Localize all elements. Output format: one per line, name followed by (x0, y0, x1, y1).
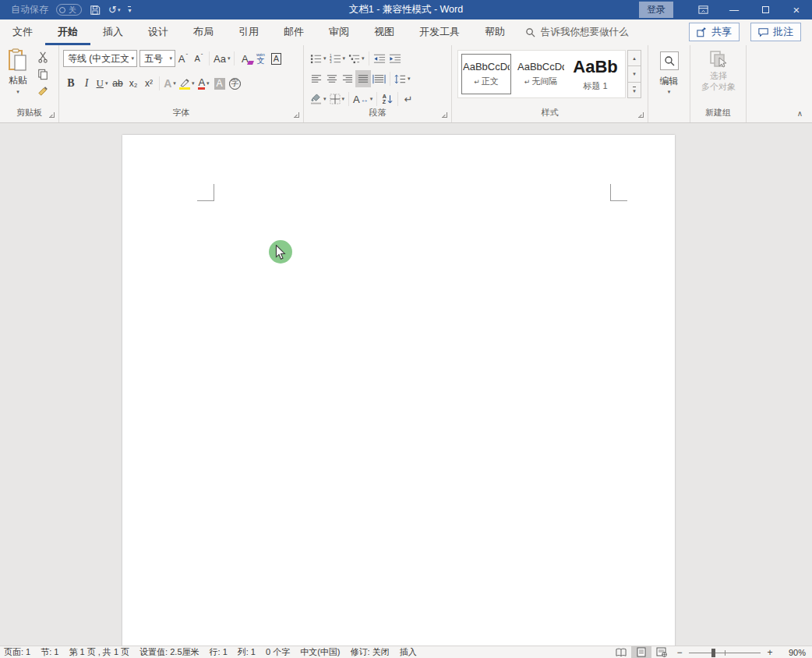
font-color-caret-icon[interactable]: ▾ (207, 80, 210, 87)
underline-caret-icon[interactable]: ▾ (105, 80, 108, 87)
zoom-slider[interactable] (689, 646, 761, 658)
styles-dialog-launcher[interactable] (638, 112, 644, 118)
sign-in-button[interactable]: 登录 (639, 2, 673, 18)
italic-button[interactable]: I (79, 75, 94, 92)
share-button[interactable]: 共享 (689, 23, 740, 41)
comments-button[interactable]: 批注 (750, 23, 801, 41)
numbering-caret-icon[interactable]: ▾ (343, 55, 346, 62)
align-center-button[interactable] (324, 70, 340, 87)
justify-button[interactable] (355, 70, 371, 87)
select-objects-button[interactable]: 选择 多个对象 (697, 50, 740, 93)
status-page-number[interactable]: 页面: 1 (4, 646, 30, 658)
character-border-button[interactable]: A (268, 50, 284, 67)
distribute-button[interactable] (371, 70, 387, 87)
tab-insert[interactable]: 插入 (90, 25, 136, 45)
tab-view[interactable]: 视图 (362, 25, 407, 45)
decrease-indent-button[interactable] (372, 50, 387, 67)
phonetic-guide-button[interactable]: wén 文 (252, 50, 268, 67)
editing-button-label[interactable]: 编辑 (648, 75, 690, 88)
font-size-combobox[interactable]: 五号 ▾ (139, 50, 175, 67)
paragraph-dialog-launcher[interactable] (442, 112, 447, 118)
status-word-count[interactable]: 0 个字 (266, 646, 290, 658)
font-color-button[interactable]: A ▾ (196, 75, 212, 92)
web-layout-button[interactable] (651, 646, 672, 658)
document-page[interactable] (122, 135, 675, 646)
tab-mailings[interactable]: 邮件 (271, 25, 316, 45)
font-name-combobox[interactable]: 等线 (中文正文 ▾ (63, 50, 137, 67)
tab-developer[interactable]: 开发工具 (407, 25, 472, 45)
tell-me-search[interactable]: 告诉我你想要做什么 (517, 26, 637, 45)
highlight-color-button[interactable]: ▾ (178, 75, 196, 92)
tab-design[interactable]: 设计 (136, 25, 181, 45)
status-track-changes[interactable]: 修订: 关闭 (351, 646, 390, 658)
styles-scroll-up-button[interactable]: ▴ (627, 50, 641, 66)
asian-layout-button[interactable]: A ↔ ▾ (351, 90, 374, 108)
align-left-button[interactable] (309, 70, 324, 87)
cut-button[interactable] (35, 50, 51, 64)
paste-button[interactable]: 粘贴 ▾ (4, 48, 32, 104)
shading-button[interactable]: ▾ (309, 90, 328, 108)
collapse-ribbon-button[interactable]: ∧ (797, 109, 803, 118)
multilevel-caret-icon[interactable]: ▾ (362, 55, 365, 62)
zoom-slider-thumb[interactable] (711, 649, 715, 657)
text-effects-button[interactable]: A ▾ (162, 75, 178, 92)
borders-button[interactable]: ▾ (328, 90, 347, 108)
autosave-toggle[interactable]: 关 (56, 4, 82, 16)
bullets-caret-icon[interactable]: ▾ (323, 55, 327, 62)
status-margin-setting[interactable]: 设置值: 2.5厘米 (139, 646, 199, 658)
zoom-out-button[interactable]: − (672, 647, 687, 658)
tab-file[interactable]: 文件 (0, 25, 45, 45)
shading-caret-icon[interactable]: ▾ (323, 96, 327, 102)
superscript-button[interactable]: x² (141, 75, 157, 92)
status-line[interactable]: 行: 1 (210, 646, 228, 658)
style-normal[interactable]: AaBbCcDd ↵正文 (461, 54, 511, 94)
font-dialog-launcher[interactable] (294, 112, 299, 118)
grow-font-button[interactable]: A ˆ (175, 50, 191, 67)
maximize-button[interactable] (750, 0, 781, 19)
tab-home[interactable]: 开始 (45, 25, 90, 45)
format-painter-button[interactable] (35, 84, 51, 98)
multilevel-list-button[interactable]: ▾ (347, 50, 366, 67)
find-button[interactable] (660, 51, 679, 70)
line-spacing-button[interactable]: ▾ (393, 70, 412, 87)
save-button[interactable] (90, 5, 101, 16)
align-right-button[interactable] (340, 70, 355, 87)
bold-button[interactable]: B (63, 75, 79, 92)
enclose-characters-button[interactable]: 字 (228, 75, 243, 92)
sort-button[interactable]: A Z (380, 90, 395, 108)
character-shading-button[interactable]: A (212, 75, 228, 92)
asian-layout-caret-icon[interactable]: ▾ (370, 96, 373, 102)
undo-dropdown-caret-icon[interactable]: ▾ (118, 7, 121, 12)
tab-references[interactable]: 引用 (226, 25, 271, 45)
read-mode-button[interactable] (611, 646, 631, 658)
underline-button[interactable]: U ▾ (94, 75, 110, 92)
line-spacing-caret-icon[interactable]: ▾ (408, 76, 411, 82)
show-hide-marks-button[interactable]: ↵ (401, 90, 416, 108)
copy-button[interactable] (35, 67, 51, 81)
style-no-spacing[interactable]: AaBbCcDd ↵无间隔 (516, 54, 566, 94)
clipboard-dialog-launcher[interactable] (49, 112, 55, 118)
change-case-button[interactable]: Aa ▾ (212, 50, 231, 67)
style-heading-1[interactable]: AaBb 标题 1 (570, 54, 620, 94)
status-insert-mode[interactable]: 插入 (400, 646, 417, 658)
minimize-button[interactable]: — (718, 0, 750, 19)
shrink-font-button[interactable]: A ˇ (191, 50, 207, 67)
subscript-button[interactable]: x₂ (125, 75, 141, 92)
status-section[interactable]: 节: 1 (41, 646, 58, 658)
styles-more-button[interactable]: ▾ (627, 83, 641, 98)
ribbon-display-options-button[interactable] (687, 0, 718, 19)
strikethrough-button[interactable]: ab (110, 75, 125, 92)
increase-indent-button[interactable] (387, 50, 403, 67)
tab-help[interactable]: 帮助 (472, 25, 517, 45)
styles-scroll-down-button[interactable]: ▾ (627, 66, 641, 82)
bullets-button[interactable]: ▾ (309, 50, 328, 67)
close-button[interactable]: × (781, 0, 812, 19)
numbering-button[interactable]: 1 2 3 ▾ (328, 50, 348, 67)
print-layout-button[interactable] (631, 646, 651, 658)
zoom-level[interactable]: 90% (778, 648, 806, 657)
tab-layout[interactable]: 布局 (181, 25, 226, 45)
zoom-in-button[interactable]: + (762, 647, 778, 658)
undo-button[interactable]: ↺ ▾ (108, 5, 120, 15)
status-language[interactable]: 中文(中国) (300, 646, 340, 658)
tab-review[interactable]: 审阅 (316, 25, 362, 45)
